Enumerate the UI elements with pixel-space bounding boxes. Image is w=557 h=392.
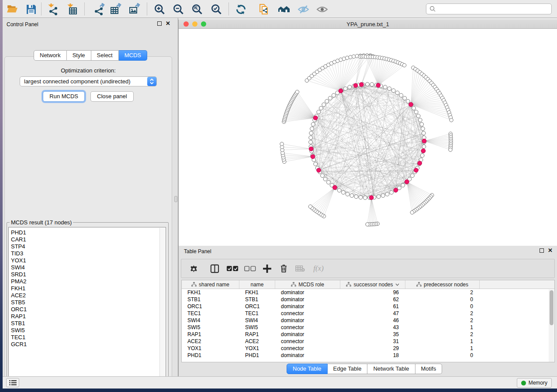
table-cell[interactable]: 43 [340,324,405,331]
import-network-button[interactable] [46,2,61,17]
splitter-grip[interactable] [174,196,177,202]
table-row[interactable]: SWI4SWI4dominator462 [182,317,554,324]
table-cell[interactable] [480,338,554,345]
table-cell[interactable]: YOX1 [239,345,275,352]
result-item[interactable]: SRD1 [11,271,166,278]
table-cell[interactable]: connector [275,345,340,352]
result-item[interactable]: TEC1 [11,334,166,341]
table-cell[interactable]: 46 [340,317,405,324]
tab-motifs[interactable]: Motifs [415,364,443,374]
table-cell[interactable] [480,331,554,338]
table-cell[interactable]: 0 [405,303,480,310]
table-cell[interactable]: ORC1 [182,303,239,310]
result-item[interactable]: SWI5 [11,327,166,334]
import-table-button[interactable] [65,2,80,17]
table-cell[interactable]: STB1 [182,296,239,303]
result-item[interactable]: RAP1 [11,313,166,320]
search-input[interactable] [438,6,543,12]
tab-style[interactable]: Style [67,50,91,61]
column-header-successor-nodes[interactable]: successor nodes [340,280,405,289]
table-cell[interactable]: connector [275,310,340,317]
export-table-button[interactable] [108,2,123,17]
table-row[interactable]: ACE2ACE2connector311 [182,338,554,345]
table-cell[interactable]: connector [275,324,340,331]
table-cell[interactable]: 18 [340,352,405,359]
open-file-button[interactable] [5,2,20,17]
show-all-button[interactable] [315,2,329,17]
tab-network-table[interactable]: Network Table [367,364,415,374]
zoom-out-button[interactable] [171,2,186,17]
table-cell[interactable]: 1 [405,324,480,331]
table-settings-button[interactable] [181,261,206,276]
table-cell[interactable]: FKH1 [239,289,275,296]
tab-node-table[interactable]: Node Table [287,364,328,374]
table-cell[interactable]: SWI5 [239,324,275,331]
result-item[interactable]: YOX1 [11,257,166,264]
result-item[interactable]: PHD1 [11,229,166,236]
table-cell[interactable]: dominator [275,303,340,310]
table-cell[interactable]: RAP1 [182,331,239,338]
table-cell[interactable] [480,317,554,324]
unselect-all-columns-button[interactable] [241,261,259,276]
table-cell[interactable]: ACE2 [182,338,239,345]
table-row[interactable]: PHD1PHD1dominator180 [182,352,554,359]
float-table-panel-icon[interactable] [540,248,544,253]
table-cell[interactable]: 62 [340,296,405,303]
table-cell[interactable]: SWI4 [182,317,239,324]
run-mcds-button[interactable]: Run MCDS [43,91,85,102]
table-cell[interactable]: dominator [275,296,340,303]
table-cell[interactable] [480,303,554,310]
table-cell[interactable]: 96 [340,289,405,296]
column-header-name[interactable]: name [239,280,275,289]
table-cell[interactable] [480,289,554,296]
column-header-mcds-role[interactable]: MCDS role [275,280,340,289]
tab-mcds[interactable]: MCDS [119,50,147,61]
close-panel-icon[interactable]: ✕ [166,21,170,26]
table-cell[interactable]: YOX1 [182,345,239,352]
vertical-splitter[interactable] [174,18,178,376]
column-header-predecessor-nodes[interactable]: predecessor nodes [405,280,480,289]
table-row[interactable]: ORC1ORC1dominator610 [182,303,554,310]
table-row[interactable]: YOX1YOX1connector291 [182,345,554,352]
mcds-result-list[interactable]: PHD1CAR1STP4TID3YOX1SWI4SRD1PMA2FKH1ACE2… [8,227,166,382]
table-cell[interactable]: 2 [405,310,480,317]
float-panel-icon[interactable] [157,21,162,26]
table-cell[interactable]: PHD1 [239,352,275,359]
table-cell[interactable]: 47 [340,310,405,317]
zoom-fit-button[interactable] [190,2,204,17]
export-network-button[interactable] [91,2,106,17]
result-item[interactable]: GCR1 [11,341,166,348]
table-cell[interactable]: ACE2 [239,338,275,345]
optimization-select[interactable]: largest connected component (undirected) [20,76,157,86]
table-cell[interactable]: 31 [340,338,405,345]
table-cell[interactable] [480,296,554,303]
result-item[interactable]: ORC1 [11,306,166,313]
table-cell[interactable]: 29 [340,345,405,352]
table-row[interactable]: SWI5SWI5connector431 [182,324,554,331]
table-cell[interactable] [480,352,554,359]
function-builder-button[interactable]: f(x) [308,261,329,276]
save-session-button[interactable] [24,2,38,17]
tab-edge-table[interactable]: Edge Table [328,364,368,374]
memory-button[interactable]: Memory [517,378,552,388]
result-item[interactable]: CAR1 [11,236,166,243]
table-scrollbar-thumb[interactable] [550,290,554,325]
table-cell[interactable]: dominator [275,352,340,359]
zoom-selected-button[interactable] [209,2,224,17]
result-item[interactable]: TID3 [11,250,166,257]
table-cell[interactable]: TEC1 [182,310,239,317]
table-scrollbar[interactable] [549,289,554,362]
export-image-button[interactable] [127,2,142,17]
table-cell[interactable]: SWI4 [239,317,275,324]
tab-select[interactable]: Select [91,50,119,61]
close-table-panel-icon[interactable]: ✕ [548,248,553,253]
table-cell[interactable]: 1 [405,345,480,352]
result-item[interactable]: PMA2 [11,278,166,285]
delete-table-button[interactable] [292,261,308,276]
table-row[interactable]: RAP1RAP1dominator352 [182,331,554,338]
table-cell[interactable]: dominator [275,331,340,338]
table-cell[interactable]: 2 [405,289,480,296]
select-all-columns-button[interactable] [224,261,241,276]
table-cell[interactable]: dominator [275,289,340,296]
table-cell[interactable]: ORC1 [239,303,275,310]
